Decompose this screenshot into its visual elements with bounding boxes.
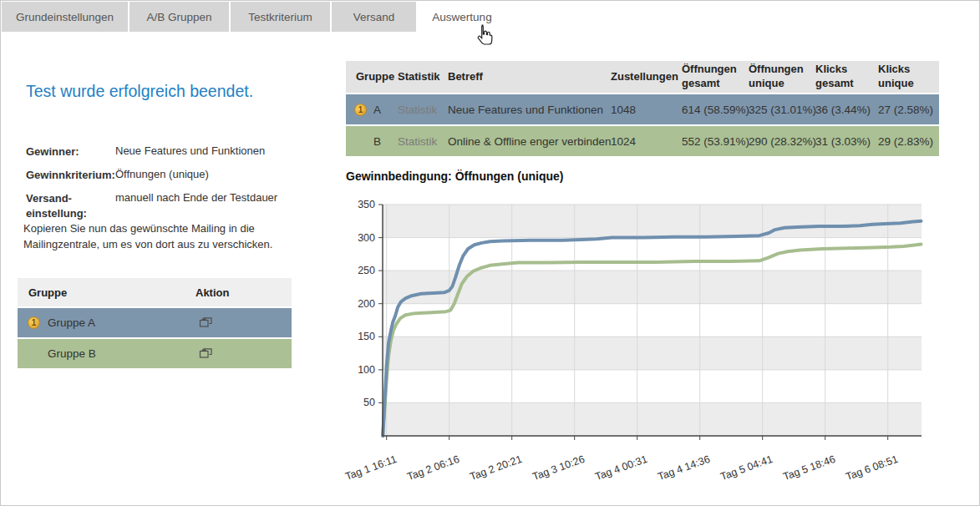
statistik-link: Statistik [398, 94, 437, 124]
klicks-gesamt-cell: 36 (3.44%) [815, 94, 871, 124]
ab-test-evaluation-window: Grundeinstellungen A/B Gruppen Testkrite… [0, 0, 980, 506]
copy-icon[interactable] [197, 316, 214, 331]
group-letter: A [373, 94, 381, 124]
col-oeffnungen-gesamt: Öffnungengesamt [682, 61, 745, 93]
tab-auswertung[interactable]: Auswertung [418, 2, 506, 32]
tab-grundeinstellungen[interactable]: Grundeinstellungen [2, 2, 128, 32]
statistik-link: Statistik [398, 126, 437, 156]
klicks-gesamt-cell: 31 (3.03%) [815, 126, 871, 156]
tab-label: Versand [353, 11, 395, 23]
group-letter: B [373, 126, 381, 156]
svg-text:Tag 2 20:21: Tag 2 20:21 [469, 453, 524, 483]
oeffnungen-gesamt-cell: 614 (58.59%) [682, 94, 749, 124]
col-oeffnungen-unique: Öffnungenunique [749, 61, 812, 93]
svg-text:Tag 4 14:36: Tag 4 14:36 [657, 453, 712, 483]
statistik-link-a[interactable]: Statistik [398, 104, 437, 116]
win-criterion-value: Öffnungen (unique) [115, 168, 209, 180]
tab-label: Grundeinstellungen [16, 11, 114, 23]
betreff-cell: Neue Features und Funktionen [448, 94, 603, 124]
svg-text:Tag 3 10:26: Tag 3 10:26 [531, 453, 586, 483]
svg-text:Tag 6 08:51: Tag 6 08:51 [845, 453, 900, 483]
col-zustellungen: Zustellungen [611, 61, 682, 93]
win-condition-chart: Gewinnbedingung: Öffnungen (unique) 5010… [334, 164, 953, 489]
winner-label: Gewinner: [26, 144, 113, 159]
klicks-unique-cell: 27 (2.58%) [878, 94, 933, 124]
oeffnungen-unique-cell: 325 (31.01%) [749, 94, 816, 124]
klicks-unique-cell: 29 (2.83%) [878, 126, 933, 156]
svg-text:300: 300 [358, 232, 375, 244]
svg-text:150: 150 [358, 331, 375, 342]
svg-text:200: 200 [358, 298, 375, 310]
tab-versand[interactable]: Versand [332, 2, 416, 32]
success-heading: Test wurde erfolgreich beendet. [26, 82, 253, 101]
oeffnungen-gesamt-cell: 552 (53.91%) [682, 126, 749, 156]
tab-testkriterium[interactable]: Testkriterium [231, 2, 330, 32]
svg-text:350: 350 [358, 199, 375, 210]
svg-text:Tag 5 04:41: Tag 5 04:41 [719, 453, 774, 483]
svg-text:Tag 1 16:11: Tag 1 16:11 [343, 453, 398, 483]
results-row-b: B Statistik Online & Offline enger verbi… [346, 126, 939, 156]
svg-text:Tag 4 00:31: Tag 4 00:31 [594, 453, 649, 483]
svg-text:100: 100 [358, 364, 375, 376]
results-table-header: Gruppe Statistik Betreff Zustellungen Öf… [346, 61, 939, 93]
zustellungen-cell: 1048 [611, 94, 636, 124]
results-row-a: 1 A Statistik Neue Features und Funktion… [346, 94, 939, 124]
tab-ab-gruppen[interactable]: A/B Gruppen [129, 2, 229, 32]
tab-label: Auswertung [432, 11, 491, 23]
copy-group-b-button[interactable] [197, 339, 214, 368]
col-klicks-gesamt: Klicksgesamt [815, 61, 874, 93]
tab-bar: Grundeinstellungen A/B Gruppen Testkrite… [1, 1, 979, 32]
groups-header-aktion: Aktion [195, 278, 229, 306]
betreff-cell: Online & Offline enger verbinden [448, 126, 612, 156]
oeffnungen-unique-cell: 290 (28.32%) [749, 126, 816, 156]
svg-text:50: 50 [363, 397, 375, 408]
groups-table-header: Gruppe Aktion [18, 278, 292, 306]
line-chart: 50100150200250300350Tag 1 16:11Tag 2 06:… [334, 164, 953, 489]
winner-value: Neue Features und Funktionen [115, 144, 265, 157]
send-setting-value: manuell nach Ende der Testdauer [115, 191, 277, 204]
copy-group-a-button[interactable] [197, 308, 214, 337]
svg-text:Tag 2 06:16: Tag 2 06:16 [406, 453, 461, 483]
col-gruppe: Gruppe [356, 61, 394, 93]
groups-header-gruppe: Gruppe [28, 278, 67, 306]
winner-medal-icon: 1 [354, 94, 367, 124]
group-a-name: Gruppe A [48, 308, 95, 337]
results-table: Gruppe Statistik Betreff Zustellungen Öf… [346, 61, 939, 156]
groups-table: Gruppe Aktion 1 Gruppe A Gruppe B [18, 278, 292, 368]
copy-icon[interactable] [197, 347, 214, 362]
group-a-row: 1 Gruppe A [18, 308, 292, 337]
group-b-row: Gruppe B [18, 339, 292, 368]
tab-label: Testkriterium [248, 11, 312, 23]
group-b-name: Gruppe B [48, 339, 96, 368]
zustellungen-cell: 1024 [611, 126, 636, 156]
send-setting-label: Versand-einstellung: [26, 191, 113, 220]
col-betreff: Betreff [448, 61, 607, 93]
statistik-link-b[interactable]: Statistik [398, 135, 437, 148]
winner-medal-icon: 1 [28, 308, 40, 337]
copy-instruction-note: Kopieren Sie nun das gewünschte Mailing … [23, 221, 304, 253]
col-statistik: Statistik [398, 61, 444, 93]
tab-label: A/B Gruppen [146, 11, 211, 23]
win-criterion-label: Gewinnkriterium: [26, 168, 113, 183]
svg-text:Tag 5 18:46: Tag 5 18:46 [782, 453, 837, 483]
svg-text:250: 250 [358, 265, 375, 276]
col-klicks-unique: Klicksunique [878, 61, 935, 93]
